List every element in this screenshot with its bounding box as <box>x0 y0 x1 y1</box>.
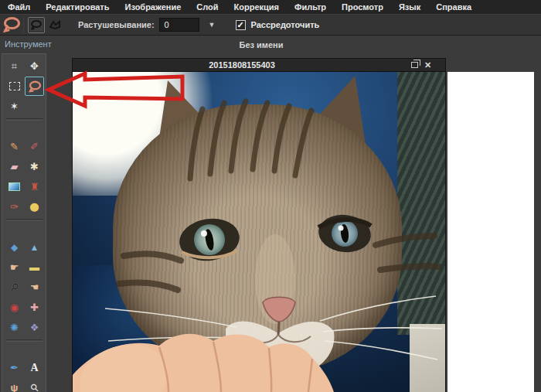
options-separator <box>23 16 24 33</box>
crop-tool[interactable]: ⌗ <box>5 56 24 76</box>
heal-icon: ✚ <box>30 302 39 312</box>
text-icon: A <box>30 363 38 373</box>
sharpen-tool[interactable]: ▲ <box>25 237 44 257</box>
tool-group-divider <box>6 219 43 221</box>
eraser-icon: ▰ <box>11 162 19 172</box>
hand-icon: ψ <box>11 383 19 392</box>
page-whitespace <box>447 72 534 392</box>
photo-cat[interactable] <box>73 72 445 392</box>
brush-tool[interactable]: ✐ <box>25 137 44 156</box>
restore-window-icon[interactable] <box>411 62 418 68</box>
sponge-tool[interactable]: ▬ <box>25 257 44 277</box>
feather-value-input[interactable]: 0 <box>159 18 199 32</box>
menu-item-8[interactable]: Справка <box>428 0 479 14</box>
smudge-tool[interactable]: ☛ <box>5 257 24 277</box>
menu-item-1[interactable]: Редактировать <box>38 0 117 14</box>
menu-item-3[interactable]: Слой <box>189 0 226 14</box>
blur-tool[interactable]: ◆ <box>5 237 24 257</box>
heal-tool[interactable]: ✚ <box>25 298 44 317</box>
image-window-title: 20151808155403 <box>73 60 411 70</box>
scatter-checkbox-label[interactable]: Рассредоточить <box>251 20 320 29</box>
tool-options-bar: Растушевывание: 0 ▼ ✓ Рассредоточить <box>0 14 541 36</box>
scatter-checkbox[interactable]: ✓ <box>236 20 246 30</box>
pencil-icon: ✎ <box>10 141 19 152</box>
red-eye-icon: ◉ <box>10 302 19 312</box>
active-tool-lasso-icon <box>0 15 23 35</box>
menu-item-5[interactable]: Фильтр <box>287 0 334 14</box>
marquee-tool[interactable] <box>5 77 24 96</box>
pencil-tool[interactable]: ✎ <box>5 137 24 156</box>
polygon-lasso-mode-button[interactable] <box>46 17 63 33</box>
color-replace-icon: ✑ <box>10 202 19 212</box>
fill-icon: ✱ <box>30 162 39 172</box>
smudge-icon: ☛ <box>10 262 19 272</box>
feather-label: Растушевывание: <box>78 20 155 29</box>
cat-face-details <box>73 72 445 392</box>
bloat-icon: ✺ <box>10 322 19 332</box>
zoom-tool[interactable]: ⚲ <box>25 378 44 392</box>
menu-item-2[interactable]: Изображение <box>117 0 189 14</box>
close-window-icon[interactable]: ✕ <box>424 61 431 70</box>
pinch-tool[interactable]: ❖ <box>25 318 44 337</box>
burn-tool[interactable]: ☚ <box>25 278 44 297</box>
magic-wand-tool[interactable]: ✶ <box>5 97 24 116</box>
dodge-icon: ⚲ <box>9 281 21 294</box>
bloat-tool[interactable]: ✺ <box>5 318 24 337</box>
tool-panel-title: Инструмент <box>5 39 52 49</box>
move-tool[interactable]: ✥ <box>25 56 44 76</box>
menu-item-4[interactable]: Коррекция <box>226 0 287 14</box>
pinch-icon: ❖ <box>30 322 39 332</box>
menu-item-0[interactable]: Файл <box>0 0 38 14</box>
clone-stamp-icon: ♜ <box>30 182 39 192</box>
hand-tool[interactable]: ψ <box>5 378 24 392</box>
photo-editor-app: ФайлРедактироватьИзображениеСлойКоррекци… <box>0 0 541 392</box>
menu-item-6[interactable]: Просмотр <box>334 0 391 14</box>
menu-bar: ФайлРедактироватьИзображениеСлойКоррекци… <box>0 0 541 14</box>
eyedropper-icon: ✒ <box>10 363 19 373</box>
sponge-icon: ▬ <box>29 262 39 272</box>
gradient-icon <box>9 182 20 191</box>
eraser-tool[interactable]: ▰ <box>5 157 24 176</box>
project-title: Без имени <box>68 40 454 53</box>
red-eye-tool[interactable]: ◉ <box>5 298 24 317</box>
magic-wand-icon: ✶ <box>10 101 19 111</box>
zoom-icon: ⚲ <box>29 382 41 392</box>
fill-tool[interactable]: ✱ <box>25 157 44 176</box>
move-icon: ✥ <box>30 61 39 71</box>
tool-panel: ⌗✥✶✎✐▰✱♜✑⬤◆▲☛▬⚲☚◉✚✺❖✒Aψ⚲ <box>2 53 46 392</box>
draw-icon: ⬤ <box>29 203 39 211</box>
dodge-tool[interactable]: ⚲ <box>5 278 24 297</box>
gradient-tool[interactable] <box>5 177 24 196</box>
polygon-lasso-icon <box>49 19 61 30</box>
crop-icon: ⌗ <box>12 61 17 71</box>
annotation-arrow-icon <box>43 70 189 110</box>
tool-spacer <box>25 97 44 116</box>
tool-group-divider <box>6 118 43 121</box>
blur-icon: ◆ <box>11 243 18 252</box>
brush-icon: ✐ <box>30 141 39 152</box>
menu-item-7[interactable]: Язык <box>391 0 428 14</box>
freehand-lasso-icon <box>30 19 43 30</box>
draw-tool[interactable]: ⬤ <box>25 197 44 216</box>
burn-icon: ☚ <box>30 282 39 292</box>
clone-stamp-tool[interactable]: ♜ <box>25 177 44 196</box>
color-replace-tool[interactable]: ✑ <box>5 197 24 216</box>
feather-dropdown-arrow-icon[interactable]: ▼ <box>209 21 216 29</box>
freehand-lasso-mode-button[interactable] <box>28 17 45 33</box>
eyedropper-tool[interactable]: ✒ <box>5 358 24 377</box>
text-tool[interactable]: A <box>25 358 44 377</box>
tool-group-divider <box>6 339 43 342</box>
lasso-tool[interactable] <box>25 77 44 96</box>
sharpen-icon: ▲ <box>30 243 39 252</box>
marquee-icon <box>9 82 20 90</box>
